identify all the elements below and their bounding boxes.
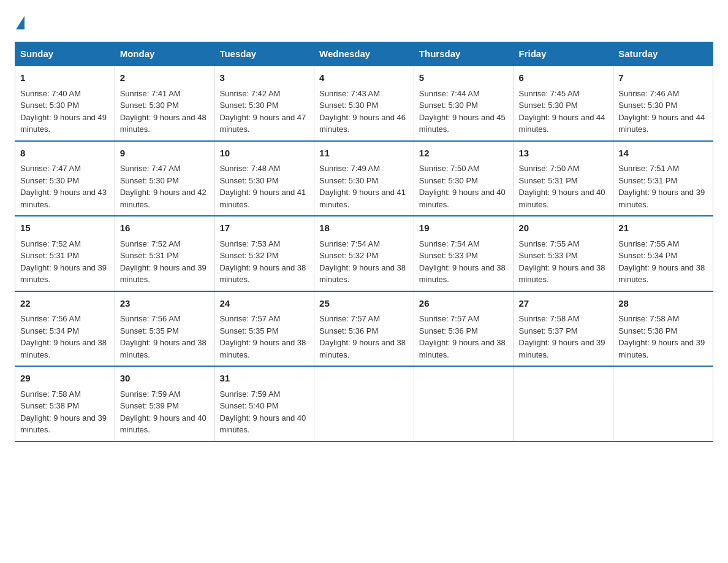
day-number: 3 <box>219 71 309 85</box>
sunset-text: Sunset: 5:40 PM <box>219 401 278 410</box>
day-number: 27 <box>519 297 609 311</box>
sunrise-text: Sunrise: 7:54 AM <box>419 239 480 248</box>
day-number: 29 <box>20 372 110 386</box>
calendar-cell: 29Sunrise: 7:58 AMSunset: 5:38 PMDayligh… <box>15 366 115 442</box>
sunset-text: Sunset: 5:34 PM <box>20 326 79 335</box>
day-number: 28 <box>618 297 708 311</box>
week-row-1: 1Sunrise: 7:40 AMSunset: 5:30 PMDaylight… <box>15 66 713 141</box>
sunrise-text: Sunrise: 7:55 AM <box>618 239 679 248</box>
calendar-cell: 30Sunrise: 7:59 AMSunset: 5:39 PMDayligh… <box>115 366 214 442</box>
sunrise-text: Sunrise: 7:52 AM <box>20 239 81 248</box>
calendar-cell: 31Sunrise: 7:59 AMSunset: 5:40 PMDayligh… <box>214 366 314 442</box>
calendar-cell: 26Sunrise: 7:57 AMSunset: 5:36 PMDayligh… <box>414 291 514 367</box>
sunrise-text: Sunrise: 7:40 AM <box>20 89 81 98</box>
sunrise-text: Sunrise: 7:50 AM <box>519 164 580 173</box>
week-row-5: 29Sunrise: 7:58 AMSunset: 5:38 PMDayligh… <box>15 366 713 442</box>
sunrise-text: Sunrise: 7:49 AM <box>319 164 380 173</box>
sunrise-text: Sunrise: 7:58 AM <box>519 314 580 323</box>
day-number: 2 <box>120 71 210 85</box>
calendar-header: SundayMondayTuesdayWednesdayThursdayFrid… <box>15 42 713 66</box>
daylight-text: Daylight: 9 hours and 40 minutes. <box>120 413 207 435</box>
sunset-text: Sunset: 5:30 PM <box>219 176 278 185</box>
day-number: 24 <box>219 297 309 311</box>
day-number: 15 <box>20 221 110 236</box>
daylight-text: Daylight: 9 hours and 49 minutes. <box>20 113 107 134</box>
day-number: 13 <box>519 147 609 161</box>
daylight-text: Daylight: 9 hours and 44 minutes. <box>618 113 705 134</box>
day-number: 23 <box>120 297 210 311</box>
calendar-cell: 1Sunrise: 7:40 AMSunset: 5:30 PMDaylight… <box>15 66 115 141</box>
sunset-text: Sunset: 5:31 PM <box>618 176 677 185</box>
calendar-cell: 12Sunrise: 7:50 AMSunset: 5:30 PMDayligh… <box>414 141 514 216</box>
sunrise-text: Sunrise: 7:47 AM <box>20 164 81 173</box>
sunset-text: Sunset: 5:30 PM <box>618 101 677 110</box>
sunrise-text: Sunrise: 7:45 AM <box>519 89 580 98</box>
day-number: 30 <box>120 372 210 386</box>
day-number: 25 <box>319 297 409 311</box>
sunset-text: Sunset: 5:30 PM <box>419 176 478 185</box>
sunrise-text: Sunrise: 7:57 AM <box>419 314 480 323</box>
sunrise-text: Sunrise: 7:58 AM <box>618 314 679 323</box>
week-row-3: 15Sunrise: 7:52 AMSunset: 5:31 PMDayligh… <box>15 216 713 291</box>
sunset-text: Sunset: 5:30 PM <box>120 176 179 185</box>
sunrise-text: Sunrise: 7:56 AM <box>20 314 81 323</box>
daylight-text: Daylight: 9 hours and 38 minutes. <box>319 263 406 285</box>
day-number: 7 <box>618 71 708 85</box>
calendar-cell: 21Sunrise: 7:55 AMSunset: 5:34 PMDayligh… <box>613 216 713 291</box>
calendar-cell: 23Sunrise: 7:56 AMSunset: 5:35 PMDayligh… <box>115 291 214 367</box>
daylight-text: Daylight: 9 hours and 42 minutes. <box>120 188 207 209</box>
day-number: 9 <box>120 147 210 161</box>
sunset-text: Sunset: 5:38 PM <box>20 401 79 410</box>
calendar-cell: 20Sunrise: 7:55 AMSunset: 5:33 PMDayligh… <box>514 216 613 291</box>
daylight-text: Daylight: 9 hours and 38 minutes. <box>519 263 605 285</box>
column-header-sunday: Sunday <box>15 42 115 66</box>
calendar-cell: 27Sunrise: 7:58 AMSunset: 5:37 PMDayligh… <box>514 291 613 367</box>
day-number: 4 <box>319 71 409 85</box>
daylight-text: Daylight: 9 hours and 39 minutes. <box>20 413 107 435</box>
day-number: 1 <box>20 71 110 85</box>
sunset-text: Sunset: 5:33 PM <box>519 251 578 260</box>
daylight-text: Daylight: 9 hours and 39 minutes. <box>618 338 705 359</box>
sunrise-text: Sunrise: 7:44 AM <box>419 89 480 98</box>
calendar-body: 1Sunrise: 7:40 AMSunset: 5:30 PMDaylight… <box>15 66 713 442</box>
calendar-cell <box>613 366 713 442</box>
sunrise-text: Sunrise: 7:46 AM <box>618 89 679 98</box>
daylight-text: Daylight: 9 hours and 39 minutes. <box>120 263 207 285</box>
sunset-text: Sunset: 5:30 PM <box>319 176 378 185</box>
daylight-text: Daylight: 9 hours and 38 minutes. <box>419 263 506 285</box>
day-number: 31 <box>219 372 309 386</box>
sunset-text: Sunset: 5:34 PM <box>618 251 677 260</box>
sunrise-text: Sunrise: 7:59 AM <box>120 389 181 399</box>
day-number: 14 <box>618 147 708 161</box>
column-header-wednesday: Wednesday <box>314 42 414 66</box>
sunset-text: Sunset: 5:36 PM <box>319 326 378 335</box>
sunset-text: Sunset: 5:39 PM <box>120 401 179 410</box>
calendar-cell: 11Sunrise: 7:49 AMSunset: 5:30 PMDayligh… <box>314 141 414 216</box>
sunset-text: Sunset: 5:30 PM <box>419 101 478 110</box>
daylight-text: Daylight: 9 hours and 41 minutes. <box>319 188 406 209</box>
logo <box>15 15 25 29</box>
sunset-text: Sunset: 5:32 PM <box>219 251 278 260</box>
daylight-text: Daylight: 9 hours and 47 minutes. <box>219 113 306 134</box>
calendar-cell: 19Sunrise: 7:54 AMSunset: 5:33 PMDayligh… <box>414 216 514 291</box>
calendar-cell: 2Sunrise: 7:41 AMSunset: 5:30 PMDaylight… <box>115 66 214 141</box>
daylight-text: Daylight: 9 hours and 38 minutes. <box>219 338 306 359</box>
sunset-text: Sunset: 5:30 PM <box>319 101 378 110</box>
sunrise-text: Sunrise: 7:48 AM <box>219 164 280 173</box>
sunrise-text: Sunrise: 7:54 AM <box>319 239 380 248</box>
daylight-text: Daylight: 9 hours and 45 minutes. <box>419 113 506 134</box>
day-number: 8 <box>20 147 110 161</box>
calendar-cell: 18Sunrise: 7:54 AMSunset: 5:32 PMDayligh… <box>314 216 414 291</box>
sunrise-text: Sunrise: 7:57 AM <box>319 314 380 323</box>
sunrise-text: Sunrise: 7:53 AM <box>219 239 280 248</box>
calendar-cell: 28Sunrise: 7:58 AMSunset: 5:38 PMDayligh… <box>613 291 713 367</box>
sunset-text: Sunset: 5:30 PM <box>219 101 278 110</box>
calendar-cell: 10Sunrise: 7:48 AMSunset: 5:30 PMDayligh… <box>214 141 314 216</box>
calendar-cell: 7Sunrise: 7:46 AMSunset: 5:30 PMDaylight… <box>613 66 713 141</box>
sunset-text: Sunset: 5:33 PM <box>419 251 478 260</box>
calendar-cell: 22Sunrise: 7:56 AMSunset: 5:34 PMDayligh… <box>15 291 115 367</box>
calendar-cell: 24Sunrise: 7:57 AMSunset: 5:35 PMDayligh… <box>214 291 314 367</box>
column-header-monday: Monday <box>115 42 214 66</box>
sunrise-text: Sunrise: 7:52 AM <box>120 239 181 248</box>
sunset-text: Sunset: 5:30 PM <box>20 101 79 110</box>
